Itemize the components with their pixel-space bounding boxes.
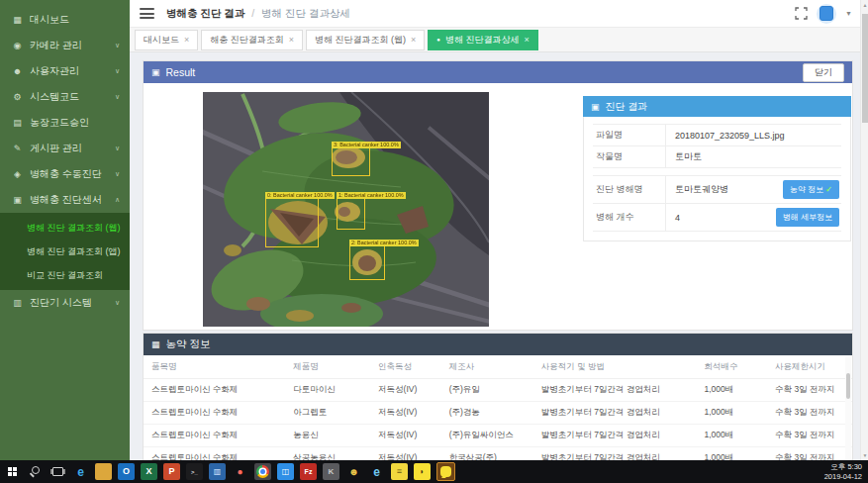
table-cell: 1,000배 bbox=[696, 447, 767, 461]
pesticide-panel-title: 농약 정보 bbox=[166, 338, 211, 351]
sidebar-subitem-disease-result-web[interactable]: 병해 진단 결과조회 (웹) bbox=[0, 216, 130, 240]
topbar-actions: ▼ bbox=[795, 4, 852, 24]
internet-explorer-icon[interactable]: e bbox=[368, 463, 385, 480]
close-button[interactable]: 닫기 bbox=[803, 63, 844, 82]
tab-label: 병해 진단결과상세 bbox=[445, 34, 520, 47]
table-row[interactable]: 스트렙토마이신 수화제농용신저독성(IV)(주)유일싸이언스발병초기부터 7일간… bbox=[144, 425, 852, 447]
scroll-down-arrow-icon[interactable]: ▼ bbox=[861, 452, 868, 458]
panel-icon: ▣ bbox=[151, 67, 160, 77]
sidebar-item-dashboard[interactable]: ▦ 대시보드 bbox=[0, 7, 130, 33]
chrome-icon[interactable] bbox=[254, 463, 271, 480]
detection-label: 3: Bacterial canker 100.0% bbox=[332, 142, 401, 148]
sidebar-item-pest-manual-diagnosis[interactable]: ◈ 병해충 수동진단 ∨ bbox=[0, 161, 130, 187]
tab-insect-diagnosis-results[interactable]: 해충 진단결과조회 × bbox=[201, 30, 303, 50]
sidebar-item-user-management[interactable]: ☻ 사용자관리 ∨ bbox=[0, 58, 130, 84]
pc-security-icon[interactable]: ▥ bbox=[209, 463, 226, 480]
table-cell: 다토마이신 bbox=[285, 379, 370, 402]
chevron-down-icon[interactable]: ▼ bbox=[845, 10, 852, 17]
chevron-down-icon: ∨ bbox=[115, 299, 120, 307]
menu-toggle-button[interactable] bbox=[140, 8, 154, 19]
edge-icon[interactable]: e bbox=[72, 463, 89, 480]
outlook-icon[interactable]: O bbox=[118, 463, 135, 480]
disease-count-label: 병해 개수 bbox=[593, 204, 666, 231]
sidebar-item-board-management[interactable]: ✎ 게시판 관리 ∨ bbox=[0, 136, 130, 161]
filezilla-icon[interactable]: Fz bbox=[300, 463, 317, 480]
gear-icon: ⚙ bbox=[10, 92, 25, 102]
device-icon: ▥ bbox=[10, 298, 25, 308]
detection-box: 3: Bacterial canker 100.0% bbox=[332, 147, 370, 176]
tab-dashboard[interactable]: 대시보드 × bbox=[135, 30, 198, 50]
search-icon[interactable] bbox=[27, 463, 44, 480]
column-header: 사용적기 및 방법 bbox=[533, 355, 697, 379]
page-scrollbar-thumb[interactable] bbox=[862, 14, 868, 123]
kakao-tile-icon[interactable]: ◗ bbox=[414, 463, 431, 480]
sidebar-subitem-compare-result[interactable]: 비교 진단 결과조회 bbox=[0, 263, 130, 287]
close-icon[interactable]: × bbox=[184, 36, 189, 45]
table-cell: 스트렙토마이신 수화제 bbox=[144, 447, 285, 461]
user-avatar[interactable] bbox=[817, 4, 836, 24]
sidebar-item-farm-code-approval[interactable]: ▤ 농장코드승인 bbox=[0, 110, 130, 136]
kakaotalk-icon[interactable] bbox=[436, 462, 455, 481]
pesticide-info-button[interactable]: 농약 정보 ✓ bbox=[783, 180, 839, 199]
diagnosis-icon: ◈ bbox=[10, 169, 25, 179]
tab-disease-diagnosis-results-web[interactable]: 병해 진단결과조회 (웹) × bbox=[306, 30, 425, 50]
disease-detail-button[interactable]: 병해 세부정보 bbox=[776, 208, 839, 227]
sidebar-item-camera-management[interactable]: ◉ 카메라 관리 ∨ bbox=[0, 33, 130, 58]
fullscreen-icon[interactable] bbox=[795, 7, 808, 20]
notes-yellow-icon[interactable]: ≡ bbox=[391, 463, 408, 480]
terminal-icon[interactable]: >_ bbox=[186, 463, 203, 480]
powerpoint-icon[interactable]: P bbox=[163, 463, 180, 480]
table-row[interactable]: 스트렙토마이신 수화제삼공농용신저독성(IV)한국삼공(주)발병초기부터 7일간… bbox=[144, 447, 852, 461]
messenger-person-icon[interactable]: ☻ bbox=[345, 463, 362, 480]
tab-disease-diagnosis-detail[interactable]: ● 병해 진단결과상세 × bbox=[428, 30, 537, 50]
table-cell: 발병초기부터 7일간격 경엽처리 bbox=[533, 425, 697, 447]
scroll-up-arrow-icon[interactable]: ▲ bbox=[861, 2, 868, 8]
column-header: 제조사 bbox=[441, 355, 533, 379]
task-view-icon[interactable] bbox=[49, 463, 66, 480]
sidebar-item-system-code[interactable]: ⚙ 시스템코드 ∨ bbox=[0, 84, 130, 110]
disease-count-row: 병해 개수 4 병해 세부정보 bbox=[593, 204, 841, 232]
table-cell: 발병초기부터 7일간격 경엽처리 bbox=[533, 447, 697, 461]
topbar: 병해충 진단 결과 / 병해 진단 결과상세 ▼ bbox=[130, 0, 868, 28]
excel-icon[interactable]: X bbox=[141, 463, 157, 480]
clock-time: 오후 5:30 bbox=[824, 462, 862, 472]
diagnosis-panel-header: ▣ 진단 결과 bbox=[583, 96, 851, 117]
table-cell: (주)유일싸이언스 bbox=[441, 425, 533, 447]
sidebar-item-pest-diagnosis-sensor[interactable]: ▣ 병해충 진단센서 ∧ bbox=[0, 187, 130, 213]
diagnosis-panel-title: 진단 결과 bbox=[606, 100, 648, 114]
table-scrollbar-thumb[interactable] bbox=[846, 373, 850, 399]
pesticide-info-panel: ▦ 농약 정보 품목명 제품명 인축독성 제조사 사용적기 및 방법 희석배수 … bbox=[144, 334, 852, 460]
column-header: 사용제한시기 bbox=[767, 355, 852, 379]
table-row[interactable]: 스트렙토마이신 수화제아그렙토저독성(IV)(주)경농발병초기부터 7일간격 경… bbox=[144, 402, 852, 425]
chevron-down-icon: ∨ bbox=[115, 93, 120, 101]
windows-taskbar: eOXP>_▥●◫FzK☻e≡◗ 오후 5:30 2019-04-12 bbox=[0, 460, 868, 483]
red-pill-antivirus-icon[interactable]: ● bbox=[232, 463, 248, 480]
file-name-row: 파일명 20180107_232059_LLS.jpg bbox=[593, 124, 841, 146]
column-header: 품목명 bbox=[144, 355, 285, 379]
certificate-key-icon[interactable]: K bbox=[323, 463, 339, 480]
breadcrumb-section: 병해충 진단 결과 bbox=[166, 7, 244, 19]
sidebar-subitem-disease-result-app[interactable]: 병해 진단 결과조회 (앱) bbox=[0, 240, 130, 263]
active-dot-icon: ● bbox=[436, 37, 440, 43]
file-explorer-icon[interactable] bbox=[95, 463, 112, 480]
start-icon[interactable] bbox=[4, 463, 21, 480]
table-cell: 1,000배 bbox=[696, 425, 767, 447]
breadcrumb-page: 병해 진단 결과상세 bbox=[261, 7, 350, 19]
table-scrollbar[interactable] bbox=[845, 357, 851, 459]
table-cell: (주)유일 bbox=[441, 379, 533, 402]
panel-icon: ▦ bbox=[151, 339, 160, 349]
close-icon[interactable]: × bbox=[289, 36, 294, 45]
blue-utility-icon[interactable]: ◫ bbox=[277, 463, 294, 480]
close-icon[interactable]: × bbox=[411, 36, 416, 45]
tabbar: 대시보드 × 해충 진단결과조회 × 병해 진단결과조회 (웹) × ● 병해 … bbox=[130, 28, 868, 52]
table-cell: 수확 3일 전까지 bbox=[767, 402, 852, 425]
sidebar-item-diagnosis-device-system[interactable]: ▥ 진단기 시스템 ∨ bbox=[0, 290, 130, 316]
tab-label: 병해 진단결과조회 (웹) bbox=[315, 34, 406, 47]
table-cell: 저독성(IV) bbox=[370, 447, 441, 461]
detection-overlay: 3: Bacterial canker 100.0%0: Bacterial c… bbox=[203, 92, 489, 327]
close-icon[interactable]: × bbox=[524, 36, 529, 45]
disease-name-value: 토마토궤양병 bbox=[666, 176, 783, 203]
page-scrollbar[interactable]: ▲ ▼ bbox=[860, 0, 868, 460]
taskbar-clock[interactable]: 오후 5:30 2019-04-12 bbox=[824, 462, 862, 482]
table-row[interactable]: 스트렙토마이신 수화제다토마이신저독성(IV)(주)유일발병초기부터 7일간격 … bbox=[144, 379, 852, 402]
